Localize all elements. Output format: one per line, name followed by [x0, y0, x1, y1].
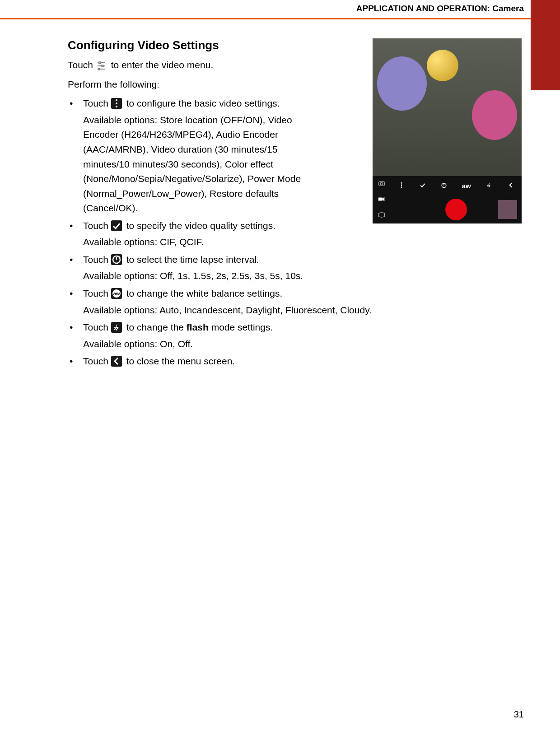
svg-point-7 — [116, 102, 117, 104]
phone-screenshot: aw x — [373, 38, 522, 223]
intro-tail: to enter the video menu. — [111, 60, 213, 70]
page-header: APPLICATION AND OPERATION: Camera — [0, 4, 524, 14]
timer-arc-icon[interactable] — [440, 182, 448, 190]
sliders-icon — [96, 60, 107, 70]
bullet-tail-bold: flash — [187, 322, 209, 332]
svg-point-6 — [116, 99, 117, 101]
bullet-whitebalance: Touch aw to change the white balance set… — [68, 286, 474, 317]
svg-rect-20 — [378, 197, 383, 200]
shutter-bar — [391, 195, 522, 223]
bullet-tail: to change the white balance settings. — [126, 288, 283, 298]
decor-gold-ornament — [427, 50, 458, 81]
svg-point-3 — [102, 65, 103, 67]
bullet-options: Available options: Auto, Incandescent, D… — [83, 303, 474, 318]
chevron-left-icon — [111, 356, 122, 367]
bullet-flash: Touch x to change the flash mode setting… — [68, 320, 474, 351]
bullet-timelapse: Touch to select the time lapse interval.… — [68, 252, 474, 284]
touch-word: Touch — [83, 356, 108, 366]
bullet-options: Available options: CIF, QCIF. — [83, 235, 474, 250]
mode-column — [373, 176, 391, 223]
aw-whitebalance-icon: aw — [111, 288, 122, 299]
checkmark-icon[interactable] — [419, 182, 426, 190]
bullet-tail-pre: to change the — [126, 322, 187, 332]
video-mode-icon[interactable] — [378, 195, 386, 205]
svg-point-19 — [380, 182, 383, 185]
bullet-tail: to specify the video quality settings. — [126, 220, 275, 231]
svg-point-1 — [99, 62, 101, 64]
header-rule — [0, 18, 533, 19]
menu-dots-icon — [111, 98, 122, 109]
page-number: 31 — [0, 709, 524, 720]
aw-whitebalance-icon[interactable]: aw — [462, 182, 471, 190]
svg-point-13 — [401, 182, 402, 183]
svg-point-14 — [401, 184, 402, 186]
perform-line: Perform the following: — [68, 77, 307, 92]
intro-touch-word: Touch — [68, 60, 93, 70]
touch-word: Touch — [83, 98, 108, 108]
gallery-thumbnail[interactable] — [498, 200, 517, 219]
checkmark-icon — [111, 220, 122, 231]
touch-word: Touch — [83, 322, 108, 332]
bullet-close: Touch to close the menu screen. — [68, 354, 474, 369]
decor-purple-bear — [377, 56, 427, 111]
svg-point-8 — [116, 106, 117, 107]
bullet-tail: to close the menu screen. — [126, 356, 235, 366]
svg-text:aw: aw — [113, 291, 120, 296]
intro-line: Touch to enter the video menu. — [68, 58, 307, 73]
svg-point-5 — [98, 68, 100, 70]
bullet-tail: to select the time lapse interval. — [126, 254, 259, 265]
svg-point-15 — [401, 186, 402, 188]
bullet-options: Available options: Store location (OFF/O… — [83, 113, 322, 216]
bullet-tail-post: mode settings. — [209, 322, 273, 332]
touch-word: Touch — [83, 254, 108, 265]
language-tab-block: ENGLISH — [531, 0, 560, 90]
shutter-button[interactable] — [445, 199, 467, 220]
flash-off-icon[interactable]: x — [485, 182, 493, 190]
flash-off-icon: x — [111, 322, 122, 333]
bullet-options: Available options: On, Off. — [83, 337, 474, 352]
bullet-options: Available options: Off, 1s, 1.5s, 2s, 2.… — [83, 269, 474, 284]
settings-icon-strip: aw x — [391, 176, 522, 195]
bullet-tail: to configure the basic video settings. — [126, 98, 280, 108]
decor-pink-bear — [472, 90, 517, 140]
menu-dots-icon[interactable] — [398, 182, 405, 190]
timer-arc-icon — [111, 254, 122, 265]
camera-viewfinder — [373, 38, 522, 176]
chevron-left-icon[interactable] — [507, 182, 514, 190]
camera-mode-icon[interactable] — [378, 179, 386, 189]
panorama-mode-icon[interactable] — [378, 211, 386, 220]
touch-word: Touch — [83, 288, 108, 298]
touch-word: Touch — [83, 220, 108, 231]
